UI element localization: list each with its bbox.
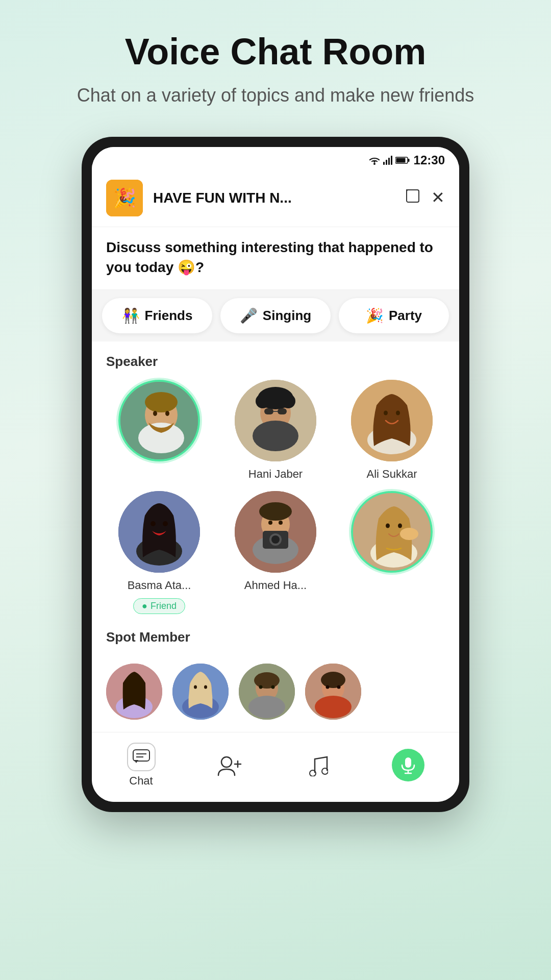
close-icon[interactable]: ✕ (431, 188, 445, 208)
speaker-avatar-1 (118, 380, 200, 461)
mic-nav-icon (392, 749, 424, 781)
expand-icon[interactable] (405, 188, 421, 208)
svg-point-15 (153, 411, 157, 416)
nav-music[interactable] (304, 751, 332, 779)
friends-label: Friends (145, 308, 193, 324)
svg-point-50 (398, 524, 402, 528)
svg-rect-3 (388, 158, 390, 165)
svg-rect-10 (407, 190, 419, 202)
speaker-item-2: Hani Jaber (222, 380, 329, 481)
speaker-avatar-2 (235, 380, 316, 461)
svg-point-57 (194, 685, 197, 689)
svg-point-61 (248, 696, 285, 718)
status-time: 12:30 (414, 153, 445, 167)
svg-point-49 (386, 524, 390, 528)
svg-point-70 (337, 685, 341, 689)
friend-badge-text: Friend (151, 601, 177, 611)
phone-frame: 12:30 🎉 HAVE FUN WITH N... ✕ (82, 137, 469, 812)
svg-rect-23 (264, 408, 273, 414)
svg-point-44 (271, 535, 280, 544)
svg-point-41 (279, 521, 283, 525)
svg-text:🎉: 🎉 (113, 187, 136, 209)
speaker-name-2: Hani Jaber (248, 468, 303, 481)
add-friend-icon (215, 751, 244, 779)
battery-icon (395, 156, 410, 164)
page-subtitle: Chat on a variety of topics and make new… (77, 85, 474, 106)
friends-emoji: 👫 (122, 307, 140, 324)
speaker-name-3: Ali Sukkar (366, 468, 417, 481)
svg-point-67 (315, 696, 352, 718)
svg-rect-79 (405, 757, 411, 768)
spot-member-3 (239, 664, 295, 720)
friend-badge: ● Friend (133, 598, 185, 614)
spot-section: Spot Member (106, 629, 445, 720)
speaker-avatar-3 (351, 380, 433, 461)
spot-grid (106, 655, 445, 720)
svg-point-68 (321, 672, 345, 688)
speaker-item-5: Ahmed Ha... (222, 491, 329, 614)
party-label: Party (389, 308, 422, 324)
svg-rect-6 (396, 158, 405, 163)
wifi-icon (369, 156, 380, 165)
speaker-name-5: Ahmed Ha... (244, 579, 307, 592)
bottom-nav: Chat (92, 732, 459, 802)
svg-point-22 (281, 394, 295, 408)
content-area: Speaker (92, 341, 459, 732)
svg-point-77 (310, 770, 316, 776)
tab-singing[interactable]: 🎤 Singing (220, 298, 331, 333)
header-icons: ✕ (405, 188, 445, 208)
svg-point-39 (259, 502, 292, 521)
signal-icon (383, 156, 392, 165)
speaker-name-4: Basma Ata... (128, 579, 191, 592)
nav-mic[interactable] (392, 749, 424, 781)
speaker-item-3: Ali Sukkar (339, 380, 445, 481)
nav-add-friend[interactable] (215, 751, 244, 779)
status-icons (369, 156, 410, 165)
svg-point-0 (373, 163, 375, 165)
svg-point-40 (268, 521, 272, 525)
svg-point-29 (384, 411, 388, 415)
svg-point-48 (400, 528, 418, 540)
svg-rect-7 (408, 159, 409, 162)
svg-rect-1 (383, 162, 385, 165)
chat-header: 🎉 HAVE FUN WITH N... ✕ (92, 172, 459, 227)
spot-section-title: Spot Member (106, 629, 445, 645)
speaker-grid: Hani Jaber (106, 380, 445, 614)
speaker-item-6 (339, 491, 445, 614)
party-emoji: 🎉 (366, 307, 384, 324)
svg-point-21 (256, 394, 270, 408)
svg-point-16 (165, 411, 169, 416)
svg-point-35 (163, 521, 168, 526)
singing-label: Singing (263, 308, 311, 324)
chat-title: HAVE FUN WITH N... (153, 190, 405, 206)
svg-point-62 (254, 672, 280, 689)
svg-point-14 (145, 392, 178, 412)
speaker-avatar-5 (235, 491, 316, 573)
spot-member-2 (172, 664, 229, 720)
singing-emoji: 🎤 (240, 307, 258, 324)
svg-point-69 (326, 685, 330, 689)
chat-avatar: 🎉 (106, 180, 143, 216)
status-bar: 12:30 (92, 147, 459, 172)
speaker-section-title: Speaker (106, 354, 445, 370)
svg-point-78 (322, 768, 328, 774)
svg-point-64 (271, 685, 275, 689)
svg-point-63 (259, 685, 263, 689)
tab-party[interactable]: 🎉 Party (339, 298, 449, 333)
svg-rect-71 (133, 750, 149, 761)
svg-rect-4 (391, 156, 392, 165)
nav-chat[interactable]: Chat (127, 743, 156, 788)
svg-rect-2 (386, 160, 387, 165)
page-title: Voice Chat Room (125, 31, 427, 72)
svg-point-13 (138, 423, 184, 453)
svg-point-30 (396, 411, 400, 415)
speaker-avatar-4 (118, 491, 200, 573)
svg-point-34 (151, 521, 156, 526)
svg-rect-24 (278, 408, 287, 414)
speaker-avatar-6 (351, 491, 433, 573)
chat-description: Discuss something interesting that happe… (92, 227, 459, 290)
svg-point-74 (221, 757, 232, 767)
chat-nav-label: Chat (129, 774, 153, 788)
tab-friends[interactable]: 👫 Friends (102, 298, 212, 333)
svg-point-19 (253, 421, 298, 451)
